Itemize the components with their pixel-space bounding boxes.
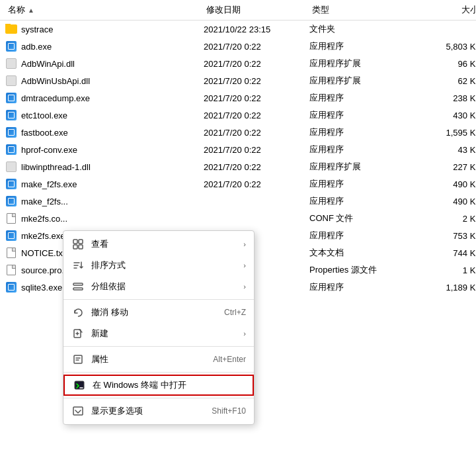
file-type-cell: 应用程序扩展 xyxy=(309,58,415,69)
menu-item-view[interactable]: 查看 › xyxy=(63,234,254,255)
file-date-cell: 2021/7/20 0:22 xyxy=(204,42,309,52)
file-size-cell: 490 KB xyxy=(415,179,476,189)
sort-arrow: ▲ xyxy=(28,7,34,14)
svg-rect-9 xyxy=(73,407,83,415)
file-icon-wrapper xyxy=(5,75,17,86)
file-name-text: libwinpthread-1.dll xyxy=(21,162,91,172)
menu-divider xyxy=(63,372,254,373)
file-icon-wrapper xyxy=(5,127,17,138)
menu-item-group[interactable]: 分组依据 › xyxy=(63,276,254,297)
header-date[interactable]: 修改日期 xyxy=(204,1,309,19)
file-size-cell: 62 KB xyxy=(415,76,476,86)
menu-item-shortcut: Alt+Enter xyxy=(213,355,246,364)
dll-icon xyxy=(6,58,17,69)
file-type-cell: 应用程序扩展 xyxy=(309,75,415,87)
menu-item-arrow: › xyxy=(243,283,246,291)
file-icon xyxy=(7,248,16,258)
menu-item-arrow: › xyxy=(243,261,246,269)
menu-item-props[interactable]: 属性 Alt+Enter xyxy=(63,349,254,370)
exe-icon xyxy=(6,144,17,155)
svg-rect-7 xyxy=(74,355,82,363)
file-type-cell: 应用程序 xyxy=(309,92,415,104)
menu-item-new[interactable]: 新建 › xyxy=(63,323,254,344)
file-name-cell: AdbWinApi.dll xyxy=(5,58,204,69)
file-type-cell: Properties 源文件 xyxy=(309,264,415,276)
file-type-cell: CONF 文件 xyxy=(309,212,415,224)
context-menu: 查看 › 排序方式 › 分组依据 › 撤消 移动 Ctrl+Z 新建 › 属性 … xyxy=(63,230,255,425)
file-icon-wrapper xyxy=(5,161,17,172)
table-row[interactable]: libwinpthread-1.dll 2021/7/20 0:22 应用程序扩… xyxy=(0,158,476,175)
menu-item-terminal[interactable]: 在 Windows 终端 中打开 xyxy=(63,375,254,396)
file-icon-wrapper xyxy=(5,213,17,224)
table-row[interactable]: fastboot.exe 2021/7/20 0:22 应用程序 1,595 K… xyxy=(0,124,476,141)
table-row[interactable]: AdbWinApi.dll 2021/7/20 0:22 应用程序扩展 96 K… xyxy=(0,55,476,72)
file-name-cell: etc1tool.exe xyxy=(5,110,204,120)
menu-divider xyxy=(63,299,254,300)
file-name-cell: AdbWinUsbApi.dll xyxy=(5,75,204,86)
file-icon-wrapper xyxy=(5,196,17,206)
sort-icon xyxy=(71,259,85,272)
file-date-cell: 2021/7/20 0:22 xyxy=(204,59,309,69)
file-date-cell: 2021/7/20 0:22 xyxy=(204,111,309,120)
file-icon xyxy=(7,265,16,275)
table-row[interactable]: hprof-conv.exe 2021/7/20 0:22 应用程序 43 KB xyxy=(0,141,476,158)
table-row[interactable]: make_f2fs.exe 2021/7/20 0:22 应用程序 490 KB xyxy=(0,175,476,193)
table-row[interactable]: adb.exe 2021/7/20 0:22 应用程序 5,803 KB xyxy=(0,38,476,55)
exe-icon xyxy=(6,127,17,138)
menu-divider xyxy=(63,346,254,347)
table-row[interactable]: AdbWinUsbApi.dll 2021/7/20 0:22 应用程序扩展 6… xyxy=(0,72,476,89)
table-row[interactable]: etc1tool.exe 2021/7/20 0:22 应用程序 430 KB xyxy=(0,107,476,124)
file-icon-wrapper xyxy=(5,58,17,69)
file-date-cell: 2021/7/20 0:22 xyxy=(204,145,309,155)
table-row[interactable]: dmtracedump.exe 2021/7/20 0:22 应用程序 238 … xyxy=(0,89,476,107)
file-name-text: AdbWinApi.dll xyxy=(21,59,75,69)
col-size-label: 大小 xyxy=(461,4,476,16)
dll-icon xyxy=(6,161,17,172)
menu-item-sort[interactable]: 排序方式 › xyxy=(63,255,254,276)
file-date-cell: 2021/7/20 0:22 xyxy=(204,179,309,189)
header-name[interactable]: 名称 ▲ xyxy=(5,1,204,19)
file-icon-wrapper xyxy=(5,248,17,258)
exe-icon xyxy=(6,282,17,293)
file-icon xyxy=(7,213,16,224)
terminal-icon xyxy=(73,379,86,392)
file-size-cell: 96 KB xyxy=(415,59,476,69)
file-name-cell: mke2fs.co... xyxy=(5,213,204,224)
file-size-cell: 1,595 KB xyxy=(415,128,476,138)
file-size-cell: 430 KB xyxy=(415,111,476,120)
file-type-cell: 文本文档 xyxy=(309,247,415,259)
menu-divider xyxy=(63,398,254,398)
header-size[interactable]: 大小 xyxy=(415,1,476,19)
file-icon-wrapper xyxy=(5,282,17,293)
menu-item-more[interactable]: 显示更多选项 Shift+F10 xyxy=(63,400,254,422)
header-type[interactable]: 类型 xyxy=(309,1,415,19)
table-row[interactable]: mke2fs.co... CONF 文件 2 KB xyxy=(0,210,476,227)
table-row[interactable]: systrace 2021/10/22 23:15 文件夹 xyxy=(0,21,476,38)
more-icon xyxy=(71,404,85,418)
group-icon xyxy=(71,280,85,293)
svg-rect-1 xyxy=(79,240,83,244)
menu-item-label: 排序方式 xyxy=(91,259,241,271)
menu-item-undo[interactable]: 撤消 移动 Ctrl+Z xyxy=(63,302,254,323)
exe-icon xyxy=(6,196,17,206)
file-name-text: etc1tool.exe xyxy=(21,111,67,120)
menu-item-label: 查看 xyxy=(91,238,241,250)
file-date-cell: 2021/7/20 0:22 xyxy=(204,128,309,138)
svg-rect-4 xyxy=(73,283,83,285)
exe-icon xyxy=(6,41,17,52)
file-name-text: dmtracedump.exe xyxy=(21,93,90,103)
file-type-cell: 应用程序 xyxy=(309,40,415,52)
file-type-cell: 应用程序 xyxy=(309,178,415,190)
table-row[interactable]: make_f2fs... 应用程序 490 KB xyxy=(0,193,476,210)
menu-item-label: 显示更多选项 xyxy=(91,405,206,417)
menu-item-shortcut: Ctrl+Z xyxy=(224,308,246,317)
file-size-cell: 1,189 KB xyxy=(415,283,476,293)
file-name-text: mke2fs.co... xyxy=(21,214,67,224)
col-name-label: 名称 xyxy=(8,4,25,16)
menu-item-label: 撤消 移动 xyxy=(91,306,219,318)
menu-item-arrow: › xyxy=(243,240,246,248)
file-icon-wrapper xyxy=(5,110,17,120)
file-size-cell: 753 KB xyxy=(415,231,476,241)
file-name-cell: hprof-conv.exe xyxy=(5,144,204,155)
file-size-cell: 490 KB xyxy=(415,197,476,206)
